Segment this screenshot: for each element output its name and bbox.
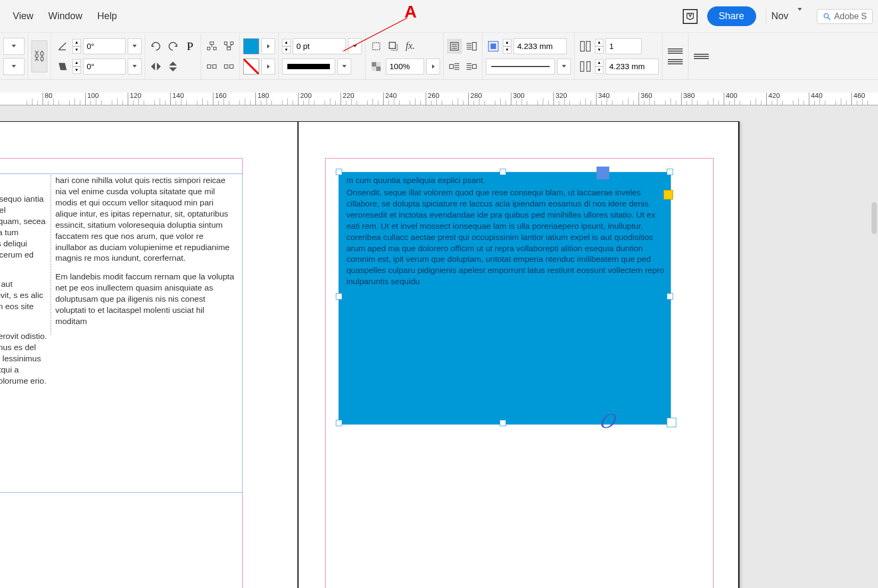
flip-h-icon[interactable] [148, 59, 163, 74]
col-width-field[interactable]: 4.233 mm [513, 38, 567, 54]
text-column-right[interactable]: m cum quuntia speliquia explici psant.On… [346, 175, 671, 288]
gutter-field[interactable]: 4.233 mm [606, 59, 659, 74]
live-corner-indicator[interactable] [664, 190, 673, 200]
menu-view[interactable]: View [13, 11, 34, 22]
svg-rect-20 [376, 67, 380, 71]
page-right[interactable]: m cum quuntia speliquia explici psant.On… [298, 121, 740, 588]
selection-handle[interactable] [667, 293, 673, 300]
shear-icon [54, 59, 70, 74]
workspace-label: Nov [772, 11, 789, 22]
para-style-select[interactable] [3, 58, 24, 75]
rotate-spinner[interactable]: ▲▼ [72, 39, 81, 54]
link-toggle-icon[interactable]: ⛓ [31, 40, 47, 72]
selection-handle[interactable] [336, 420, 342, 426]
svg-rect-30 [450, 64, 453, 68]
select-parent-icon[interactable] [204, 39, 219, 54]
pasteboard: i rerunt.ih itibea dessimus sequo iantia… [0, 105, 878, 588]
text-wrap-jump-icon[interactable] [447, 59, 462, 74]
document-canvas[interactable]: 8010012014016018020022024026028030032034… [0, 80, 878, 588]
stroke-weight-spinner[interactable]: ▲▼ [282, 39, 291, 54]
search-input[interactable]: Adobe S [817, 9, 873, 24]
svg-rect-42 [581, 41, 584, 51]
frame-fit-icon[interactable] [486, 39, 501, 54]
svg-line-2 [343, 18, 407, 51]
fill-popout[interactable] [261, 38, 275, 54]
columns-icon[interactable] [578, 39, 593, 54]
control-bar: ⛓ ▲▼ 0° ▲▼ 0° P [0, 33, 878, 80]
page-left[interactable]: i rerunt.ih itibea dessimus sequo iantia… [0, 121, 298, 588]
text-wrap-shape-icon[interactable] [464, 39, 479, 54]
text-wrap-bounding-icon[interactable] [447, 39, 462, 54]
svg-rect-44 [581, 61, 584, 71]
svg-line-10 [229, 44, 232, 47]
opacity-field[interactable]: 100% [386, 59, 424, 74]
stroke-popout[interactable] [261, 59, 275, 74]
gutter-spinner[interactable]: ▲▼ [595, 59, 603, 74]
selection-handle[interactable] [667, 169, 673, 175]
svg-rect-43 [586, 41, 590, 51]
frame-anchor-indicator[interactable] [597, 167, 609, 179]
stroke-swatch[interactable] [243, 59, 259, 74]
shear-spinner[interactable]: ▲▼ [72, 59, 81, 74]
workspace-select[interactable]: Nov [766, 9, 807, 24]
menu-help[interactable]: Help [97, 11, 117, 22]
text-column-1[interactable]: i rerunt.ih itibea dessimus sequo iantia… [0, 175, 48, 405]
opacity-popout[interactable] [426, 59, 440, 74]
columns-field[interactable]: 1 [606, 38, 642, 54]
svg-rect-45 [587, 61, 590, 71]
svg-line-1 [828, 18, 830, 20]
paragraph-icon[interactable]: P [183, 39, 197, 54]
selection-handle[interactable] [336, 293, 342, 300]
selection-handle[interactable] [500, 169, 506, 175]
svg-rect-3 [210, 42, 214, 44]
stroke-weight-field[interactable]: 0 pt [293, 38, 346, 54]
shear-dropdown[interactable] [128, 59, 142, 74]
svg-rect-14 [225, 64, 228, 68]
svg-rect-6 [213, 47, 216, 49]
select-child-icon[interactable] [221, 39, 236, 54]
svg-rect-11 [227, 47, 231, 49]
columns-spinner[interactable]: ▲▼ [595, 39, 603, 54]
svg-rect-12 [213, 64, 217, 68]
cc-libraries-icon[interactable] [683, 9, 698, 24]
svg-rect-41 [491, 44, 495, 48]
transparency-icon[interactable] [369, 59, 384, 74]
col-width-spinner[interactable]: ▲▼ [503, 39, 511, 54]
scrollbar-thumb[interactable] [872, 202, 877, 234]
object-style-dropdown[interactable] [557, 59, 571, 74]
svg-rect-35 [473, 64, 476, 68]
annotation-letter: A [404, 2, 417, 22]
stroke-style-dropdown[interactable] [337, 59, 351, 74]
shear-field[interactable]: 0° [83, 59, 126, 74]
svg-rect-8 [230, 42, 233, 44]
svg-line-9 [226, 44, 229, 47]
text-wrap-jumpnext-icon[interactable] [464, 59, 479, 74]
gutter-icon[interactable] [578, 59, 593, 74]
align-panel-icon[interactable] [668, 47, 683, 55]
select-next-icon[interactable] [221, 59, 236, 74]
selection-handle[interactable] [336, 169, 342, 175]
more-options-icon[interactable] [694, 49, 709, 64]
text-column-2[interactable]: hari cone nihilla volut quis rectis simp… [51, 175, 236, 335]
rotate-ccw-icon[interactable] [148, 39, 163, 54]
selection-handle[interactable] [500, 420, 506, 426]
search-placeholder: Adobe S [834, 12, 867, 21]
select-prev-icon[interactable] [204, 59, 219, 74]
stroke-style-preview[interactable] [282, 59, 335, 74]
svg-rect-19 [372, 62, 376, 66]
share-button[interactable]: Share [707, 6, 756, 26]
svg-rect-15 [230, 64, 234, 68]
horizontal-ruler[interactable]: 8010012014016018020022024026028030032034… [0, 93, 878, 105]
align-panel-icon-2[interactable] [668, 58, 683, 65]
menu-window[interactable]: Window [48, 11, 82, 22]
svg-rect-7 [225, 42, 227, 44]
svg-rect-5 [208, 47, 210, 49]
rotate-dropdown[interactable] [128, 38, 142, 54]
char-style-select[interactable] [3, 38, 24, 55]
rotate-cw-icon[interactable] [165, 39, 180, 54]
object-style-preview[interactable] [486, 59, 555, 74]
fill-swatch[interactable] [243, 38, 259, 54]
flip-v-icon[interactable] [165, 59, 180, 74]
selection-handle[interactable] [667, 418, 676, 427]
rotate-field[interactable]: 0° [83, 38, 126, 54]
